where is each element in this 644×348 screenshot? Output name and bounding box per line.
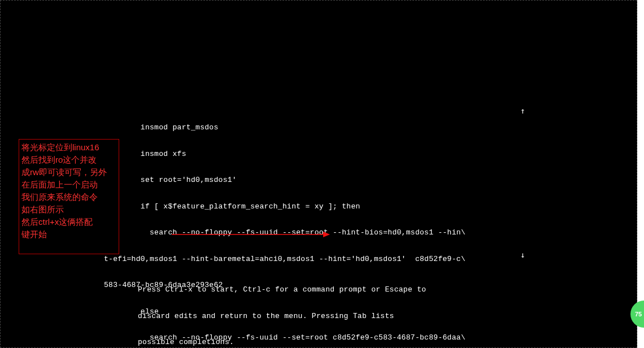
help-line: discard edits and return to the menu. Pr… [138, 312, 426, 321]
code-line: if [ x$feature_platform_search_hint = xy… [104, 202, 465, 211]
code-line: t-efi=hd0,msdos1 --hint-baremetal=ahci0,… [104, 255, 465, 264]
scroll-down-indicator: ↓ [520, 250, 525, 259]
code-line: insmod part_msdos [104, 123, 465, 132]
help-line: possible completions. [138, 338, 426, 347]
code-line: insmod xfs [104, 150, 465, 159]
help-line: Press Ctrl-x to start, Ctrl-c for a comm… [138, 285, 426, 294]
badge-value: 75 [635, 311, 642, 317]
code-line: set root='hd0,msdos1' [104, 176, 465, 185]
grub-help-text: Press Ctrl-x to start, Ctrl-c for a comm… [138, 268, 426, 348]
code-line: search --no-floppy --fs-uuid --set=root … [104, 228, 465, 237]
scroll-up-indicator: ↑ [520, 106, 525, 115]
annotation-text: 将光标定位到linux16 然后找到ro这个并改 成rw即可读可写，另外 在后面… [21, 141, 107, 241]
